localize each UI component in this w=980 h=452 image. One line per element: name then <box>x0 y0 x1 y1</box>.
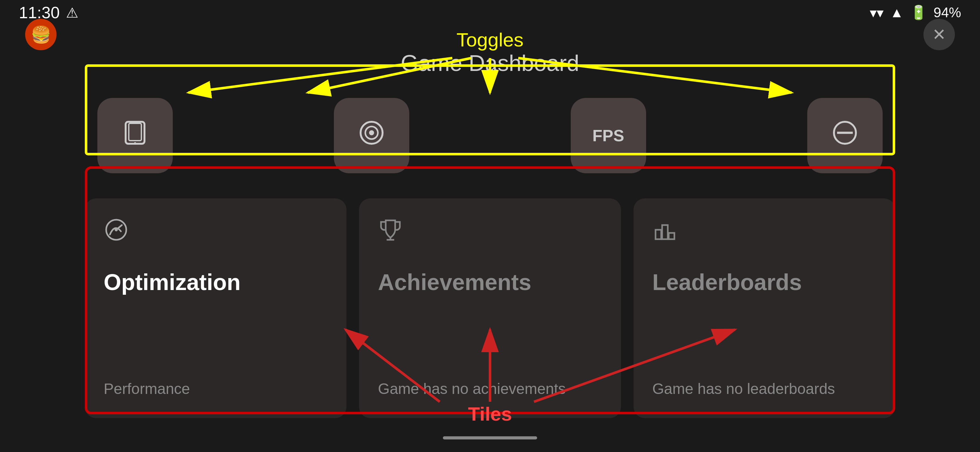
toggle-record[interactable] <box>334 98 409 173</box>
dashboard-title: Game Dashboard <box>401 50 579 76</box>
close-button[interactable]: ✕ <box>923 19 955 50</box>
tile-optimization[interactable]: Optimization Performance <box>85 198 347 418</box>
close-icon: ✕ <box>932 25 946 44</box>
svg-rect-13 <box>655 230 661 239</box>
svg-rect-14 <box>662 225 668 239</box>
toggle-minus[interactable] <box>807 98 883 173</box>
tiles-row: Optimization Performance Achievements Ga… <box>85 198 895 418</box>
achievements-icon <box>378 217 602 247</box>
fps-label: FPS <box>592 126 624 145</box>
status-bar: 11:30 ⚠ ▾▾ ▲ 🔋 94% <box>0 0 980 25</box>
screen-icon <box>119 117 151 154</box>
app-emoji: 🍔 <box>31 25 51 44</box>
achievements-subtitle: Game has no achievements <box>378 378 602 399</box>
app-icon[interactable]: 🍔 <box>25 19 57 50</box>
svg-rect-15 <box>669 233 675 239</box>
leaderboards-subtitle: Game has no leaderboards <box>652 378 877 399</box>
optimization-title: Optimization <box>103 257 328 308</box>
warning-icon: ⚠ <box>66 5 78 21</box>
achievements-title: Achievements <box>378 257 602 308</box>
svg-rect-1 <box>129 123 142 141</box>
status-left: 11:30 ⚠ <box>19 3 78 22</box>
leaderboards-icon <box>652 217 877 247</box>
toggle-fps[interactable]: FPS <box>571 98 646 173</box>
optimization-icon <box>103 217 328 247</box>
wifi-icon: ▾▾ <box>870 5 884 21</box>
leaderboards-title: Leaderboards <box>652 257 877 308</box>
svg-point-10 <box>115 228 118 232</box>
status-right: ▾▾ ▲ 🔋 94% <box>870 5 961 21</box>
nav-indicator <box>443 436 537 439</box>
battery-percent: 94% <box>934 5 961 21</box>
tile-leaderboards[interactable]: Leaderboards Game has no leaderboards <box>633 198 895 418</box>
svg-point-5 <box>369 130 374 135</box>
main-content: Game Dashboard FPS <box>0 0 980 452</box>
toggles-row: FPS <box>85 89 895 183</box>
signal-icon: ▲ <box>890 5 904 21</box>
toggle-screen[interactable] <box>97 98 173 173</box>
optimization-subtitle: Performance <box>103 378 328 399</box>
battery-icon: 🔋 <box>910 5 927 21</box>
record-icon <box>356 117 387 154</box>
minus-icon <box>829 117 861 154</box>
tile-achievements[interactable]: Achievements Game has no achievements <box>359 198 620 418</box>
